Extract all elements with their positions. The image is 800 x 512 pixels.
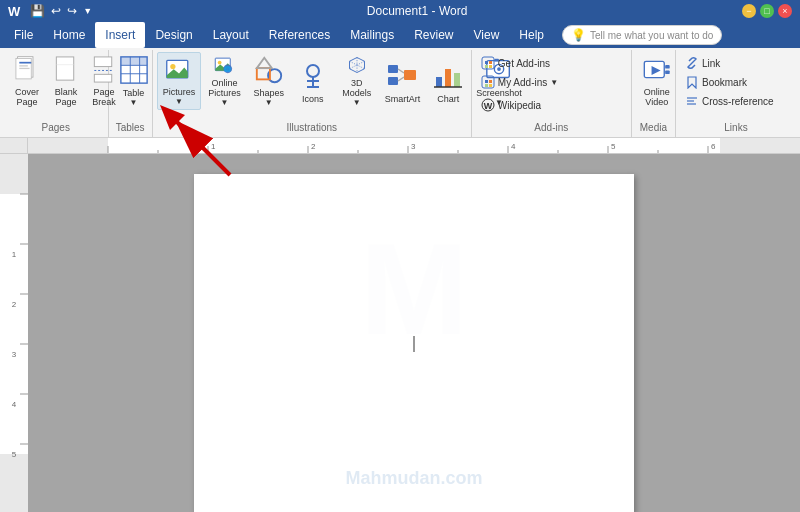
menu-item-references[interactable]: References [259,22,340,48]
svg-line-64 [690,61,694,65]
table-label: Table [123,88,145,98]
ribbon: Cover Page Blank Page Page Break Pages [0,48,800,138]
qat-redo-icon[interactable]: ↪ [67,4,77,18]
svg-text:W: W [484,101,493,111]
ribbon-group-illustrations: Pictures ▼ 🌐 Online Pictures ▼ [153,50,472,137]
svg-text:3: 3 [12,350,17,359]
svg-rect-94 [0,194,28,454]
illustrations-group-label: Illustrations [157,122,467,135]
ruler-left-margin [0,138,28,153]
wikipedia-button[interactable]: W Wikipedia [476,96,563,114]
window-controls[interactable]: − □ × [742,4,792,18]
svg-rect-55 [489,80,492,83]
cover-page-label: Cover Page [15,87,39,107]
svg-rect-92 [0,154,28,194]
online-pictures-button[interactable]: 🌐 Online Pictures ▼ [203,52,246,110]
svg-rect-5 [56,57,73,80]
shapes-button[interactable]: Shapes ▼ [248,52,290,110]
menu-item-view[interactable]: View [464,22,510,48]
ruler-main: 1 2 3 4 5 6 [28,138,800,153]
shapes-label: Shapes [253,88,284,98]
ribbon-group-tables: Table ▼ Tables [109,50,153,137]
menu-item-insert[interactable]: Insert [95,22,145,48]
chart-icon [432,59,464,91]
pictures-button[interactable]: Pictures ▼ [157,52,202,110]
table-button[interactable]: Table ▼ [113,52,155,110]
tell-me-input[interactable]: 💡 Tell me what you want to do [562,25,722,45]
ribbon-group-links: Link Bookmark Cross-reference Links [676,50,796,137]
document-content[interactable]: M Mahmudan.com [28,154,800,512]
3d-models-button[interactable]: 3D Models ▼ [336,52,378,110]
document-page[interactable]: M Mahmudan.com [194,174,634,512]
svg-text:1: 1 [12,250,17,259]
link-icon [685,56,699,70]
svg-text:5: 5 [12,450,17,459]
links-group-label: Links [680,122,792,135]
blank-page-button[interactable]: Blank Page [48,52,84,110]
my-addins-label: My Add-ins [498,77,547,88]
menu-item-mailings[interactable]: Mailings [340,22,404,48]
svg-point-21 [218,61,222,65]
svg-rect-54 [485,80,488,83]
pictures-dropdown-icon: ▼ [175,97,183,106]
menu-item-review[interactable]: Review [404,22,463,48]
svg-text:4: 4 [12,400,17,409]
svg-line-108 [175,154,230,175]
menu-item-design[interactable]: Design [145,22,202,48]
menu-item-home[interactable]: Home [43,22,95,48]
chart-button[interactable]: Chart [427,52,469,110]
link-button[interactable]: Link [680,54,779,72]
table-dropdown-icon: ▼ [130,98,138,107]
quick-access-toolbar[interactable]: W 💾 ↩ ↪ ▼ [8,4,92,19]
menu-item-layout[interactable]: Layout [203,22,259,48]
svg-text:2: 2 [311,142,316,151]
minimize-button[interactable]: − [742,4,756,18]
cover-page-button[interactable]: Cover Page [8,52,46,110]
shapes-icon [253,55,285,85]
online-video-button[interactable]: Online Video [636,52,678,110]
ribbon-group-addins: Get Add-ins My Add-ins ▼ W Wikipedia [472,50,632,137]
menu-item-file[interactable]: File [4,22,43,48]
get-addins-label: Get Add-ins [498,58,550,69]
smartart-icon [386,59,418,91]
pages-items: Cover Page Blank Page Page Break [8,52,122,122]
svg-text:2: 2 [12,300,17,309]
pictures-icon [163,56,195,84]
icons-label: Icons [302,94,324,104]
addins-group-label: Add-ins [476,122,627,135]
qat-customize-icon[interactable]: ▼ [83,6,92,16]
qat-save-icon[interactable]: 💾 [30,4,45,18]
my-addins-button[interactable]: My Add-ins ▼ [476,73,563,91]
online-pictures-dropdown-icon: ▼ [221,98,229,107]
pictures-label: Pictures [163,87,196,97]
qat-undo-icon[interactable]: ↩ [51,4,61,18]
svg-text:3: 3 [411,142,416,151]
svg-text:6: 6 [711,142,716,151]
svg-marker-65 [688,77,696,88]
ribbon-group-pages: Cover Page Blank Page Page Break Pages [4,50,109,137]
smartart-button[interactable]: SmartArt [380,52,426,110]
svg-text:🌐: 🌐 [225,65,233,73]
svg-rect-56 [485,84,488,87]
blank-page-icon [54,55,78,84]
my-addins-dropdown-icon: ▼ [550,78,558,87]
menu-item-help[interactable]: Help [509,22,554,48]
close-button[interactable]: × [778,4,792,18]
svg-marker-26 [257,58,272,68]
get-addins-button[interactable]: Get Add-ins [476,54,563,72]
svg-line-39 [398,77,404,81]
icons-button[interactable]: Icons [292,52,334,110]
maximize-button[interactable]: □ [760,4,774,18]
tell-me-placeholder: Tell me what you want to do [590,30,713,41]
wikipedia-icon: W [481,98,495,112]
bookmark-button[interactable]: Bookmark [680,73,779,91]
svg-rect-37 [404,70,416,80]
cross-reference-icon [685,94,699,108]
cross-reference-label: Cross-reference [702,96,774,107]
get-addins-icon [481,56,495,70]
cover-page-icon [13,55,41,84]
word-logo-icon: W [8,4,20,19]
media-items: Online Video [636,52,678,122]
cross-reference-button[interactable]: Cross-reference [680,92,779,110]
svg-rect-93 [0,454,28,512]
